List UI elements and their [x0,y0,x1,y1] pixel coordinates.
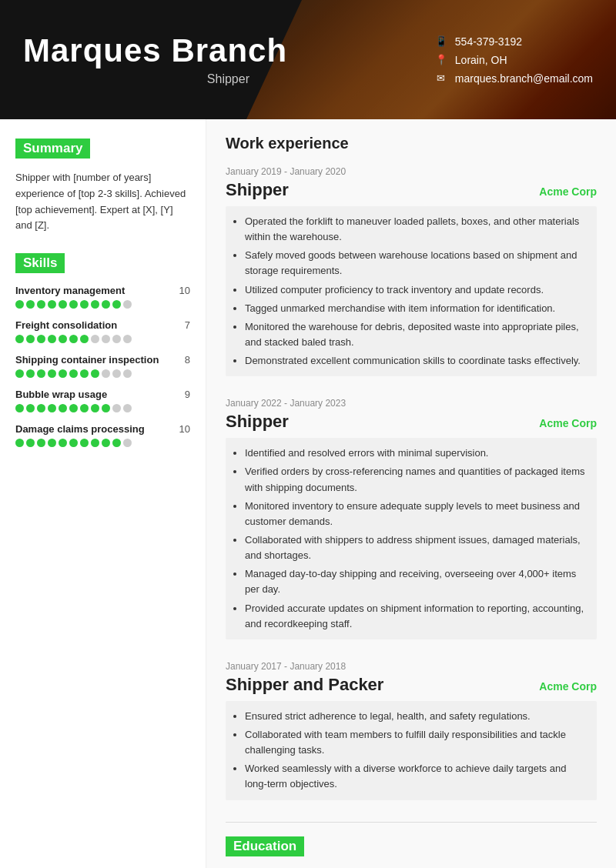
dot-filled [26,439,35,447]
dot-filled [59,300,67,309]
skill-name: Inventory management [15,285,125,296]
job-bullets-list: Identified and resolved errors with mini… [226,438,597,639]
dot-filled [91,404,99,412]
dot-filled [112,439,121,447]
dot-empty [112,369,121,378]
dot-filled [59,369,67,378]
dot-filled [59,404,67,412]
dot-filled [37,369,45,378]
dot-filled [91,369,99,378]
header-content: Marques Branch Shipper 📱 554-379-3192 📍 … [0,33,616,85]
dot-filled [37,404,45,412]
dot-empty [102,369,110,378]
dot-filled [15,369,24,378]
job-bullets-list: Ensured strict adherence to legal, healt… [226,701,597,800]
job-bullet-item: Monitored the warehouse for debris, depo… [245,319,585,350]
dot-empty [123,369,132,378]
job-bullet-item: Ensured strict adherence to legal, healt… [245,709,585,724]
job-bullet-item: Monitored inventory to ensure adequate s… [245,499,585,529]
job-bullet-item: Verified orders by cross-referencing nam… [245,464,585,495]
dot-filled [102,439,110,447]
education-section: Education August 2019 - May 2023ShipperA… [226,836,597,868]
dot-filled [69,404,78,412]
email-icon: ✉ [434,72,449,85]
dot-filled [48,439,56,447]
right-column: Work experience January 2019 - January 2… [206,119,616,868]
job-entry: January 2022 - January 2023ShipperAcme C… [226,398,597,639]
dot-filled [37,335,45,343]
dot-filled [15,300,24,309]
job-bullet-item: Safely moved goods between warehouse loc… [245,248,585,279]
skill-name: Freight consolidation [15,319,117,331]
dot-filled [15,439,24,447]
dot-empty [123,335,132,343]
summary-header: Summary [15,139,90,159]
resume-header: Marques Branch Shipper 📱 554-379-3192 📍 … [0,0,616,119]
job-bullet-item: Provided accurate updates on shipment in… [245,601,585,632]
dot-filled [69,439,78,447]
skill-name: Damage claims processing [15,423,145,435]
job-bullet-item: Demonstrated excellent communication ski… [245,353,585,369]
dot-empty [123,439,132,447]
dot-filled [80,439,89,447]
job-header: ShipperAcme Corp [226,412,597,432]
summary-text: Shipper with [number of years] experienc… [15,170,190,234]
location-icon: 📍 [434,54,449,66]
skill-dots [15,404,190,412]
job-bullet-item: Tagged unmarked merchandise with item in… [245,301,585,316]
dot-empty [91,335,99,343]
skill-item: Shipping container inspection8 [15,354,190,378]
phone-number: 554-379-3192 [455,35,522,48]
job-header: ShipperAcme Corp [226,180,597,200]
job-date: January 2022 - January 2023 [226,398,597,409]
job-bullet-item: Operated the forklift to maneuver loaded… [245,214,585,245]
dot-empty [112,404,121,412]
dot-filled [80,404,89,412]
candidate-title: Shipper [23,72,434,86]
skill-item: Freight consolidation7 [15,319,190,343]
dot-filled [102,404,110,412]
dot-filled [48,335,56,343]
job-bullet-item: Identified and resolved errors with mini… [245,446,585,461]
dot-filled [69,335,78,343]
skill-item: Bubble wrap usage9 [15,389,190,412]
dot-empty [112,335,121,343]
work-experience-title: Work experience [226,135,597,152]
skill-score: 10 [179,423,190,435]
job-company: Acme Corp [539,680,597,693]
job-header: Shipper and PackerAcme Corp [226,675,597,695]
dot-filled [26,369,35,378]
skill-name: Bubble wrap usage [15,389,107,400]
job-date: January 2019 - January 2020 [226,166,597,177]
skill-dots [15,439,190,447]
dot-filled [69,369,78,378]
job-entry: January 2019 - January 2020ShipperAcme C… [226,166,597,376]
job-company: Acme Corp [539,185,597,198]
dot-filled [91,300,99,309]
candidate-name: Marques Branch [23,33,434,68]
dot-filled [48,369,56,378]
job-entry: January 2017 - January 2018Shipper and P… [226,661,597,800]
skill-item: Inventory management10 [15,285,190,309]
skill-score: 7 [185,319,190,331]
skill-dots [15,300,190,309]
skill-dots [15,369,190,378]
dot-filled [37,439,45,447]
email-text: marques.branch@email.com [455,72,593,85]
dot-filled [48,300,56,309]
job-title: Shipper and Packer [226,675,383,695]
dot-empty [123,404,132,412]
dot-filled [59,335,67,343]
job-date: January 2017 - January 2018 [226,661,597,672]
dot-filled [112,300,121,309]
skills-section: Skills Inventory management10Freight con… [15,253,190,447]
contact-email: ✉ marques.branch@email.com [434,72,593,85]
dot-filled [26,300,35,309]
skills-header: Skills [15,253,65,273]
header-contact: 📱 554-379-3192 📍 Lorain, OH ✉ marques.br… [434,35,593,85]
dot-empty [102,335,110,343]
job-bullet-item: Collaborated with shippers to address sh… [245,532,585,563]
phone-icon: 📱 [434,35,449,48]
skill-item: Damage claims processing10 [15,423,190,447]
dot-filled [80,300,89,309]
